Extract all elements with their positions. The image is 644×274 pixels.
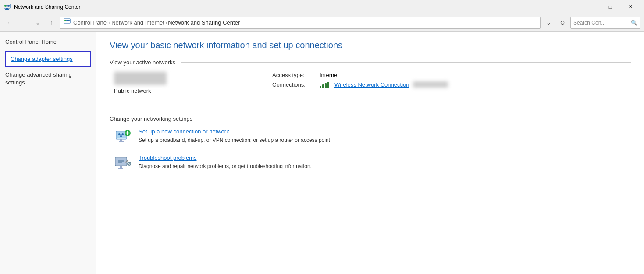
connections-label: Connections: — [272, 81, 316, 88]
access-type-value: Internet — [320, 72, 339, 78]
change-settings-header: Change your networking settings — [110, 116, 631, 122]
svg-point-11 — [68, 20, 70, 21]
svg-rect-27 — [120, 166, 122, 168]
change-adapter-box: Change adapter settings — [5, 51, 91, 67]
svg-point-3 — [4, 5, 6, 7]
network-name-blurred — [114, 72, 167, 85]
active-networks-label: View your active networks — [110, 59, 175, 66]
troubleshoot-desc: Diagnose and repair network problems, or… — [139, 163, 312, 169]
maximize-button[interactable]: □ — [600, 0, 620, 14]
troubleshoot-icon: ? — [114, 155, 132, 172]
network-info-left: Public network — [114, 72, 246, 94]
troubleshoot-text: Troubleshoot problems Diagnose and repai… — [139, 155, 312, 169]
path-part-2: Network and Internet — [111, 19, 164, 26]
svg-point-5 — [8, 5, 10, 7]
content-area: View your basic network information and … — [96, 32, 644, 274]
wifi-icon — [320, 81, 329, 88]
address-right: ⌄ ↻ — [542, 17, 569, 29]
change-adapter-link[interactable]: Change adapter settings — [11, 56, 73, 62]
svg-rect-2 — [5, 9, 9, 10]
address-path[interactable]: Control Panel › Network and Internet › N… — [60, 17, 541, 29]
refresh-button[interactable]: ↻ — [556, 17, 569, 29]
new-connection-item: Set up a new connection or network Set u… — [114, 128, 631, 146]
section-divider-2 — [198, 119, 631, 119]
section-divider — [181, 62, 631, 63]
connections-row: Connections: Wireless Network Connection — [272, 81, 448, 88]
change-settings-label: Change your networking settings — [110, 116, 192, 122]
search-icon[interactable]: 🔍 — [631, 20, 637, 26]
access-type-row: Access type: Internet — [272, 72, 448, 78]
back-button[interactable]: ← — [4, 17, 16, 29]
svg-rect-1 — [6, 8, 8, 9]
svg-rect-28 — [118, 168, 123, 169]
new-connection-text: Set up a new connection or network Set u… — [139, 128, 331, 143]
network-type-label: Public network — [114, 88, 151, 94]
sidebar-home-link[interactable]: Control Panel Home — [5, 39, 91, 45]
svg-rect-15 — [119, 141, 124, 142]
active-networks-body: Public network Access type: Internet Con… — [114, 72, 631, 102]
access-type-label: Access type: — [272, 72, 316, 78]
connection-name-link[interactable]: Wireless Network Connection — [334, 81, 409, 88]
active-networks-header: View your active networks — [110, 59, 631, 66]
change-sharing-link[interactable]: Change advanced sharing settings — [5, 71, 91, 87]
window-controls: ─ □ ✕ — [580, 0, 640, 14]
svg-rect-13 — [117, 132, 126, 138]
minimize-button[interactable]: ─ — [580, 0, 600, 14]
svg-point-9 — [64, 20, 66, 21]
dropdown-button[interactable]: ⌄ — [542, 17, 555, 29]
search-box[interactable]: Search Con... 🔍 — [570, 17, 640, 29]
path-part-3: Network and Sharing Center — [168, 19, 240, 26]
close-button[interactable]: ✕ — [620, 0, 640, 14]
title-bar: Network and Sharing Center ─ □ ✕ — [0, 0, 644, 14]
new-connection-link[interactable]: Set up a new connection or network — [139, 128, 331, 135]
svg-text:?: ? — [128, 162, 131, 166]
search-placeholder: Search Con... — [573, 20, 631, 26]
up-button[interactable]: ↑ — [46, 17, 58, 29]
path-icon — [64, 18, 71, 27]
page-title: View your basic network information and … — [110, 40, 631, 50]
window-title: Network and Sharing Center — [14, 4, 580, 10]
svg-rect-14 — [120, 139, 122, 141]
troubleshoot-link[interactable]: Troubleshoot problems — [139, 155, 312, 161]
main-layout: Control Panel Home Change adapter settin… — [0, 32, 644, 274]
troubleshoot-item: ? Troubleshoot problems Diagnose and rep… — [114, 155, 631, 172]
settings-items: Set up a new connection or network Set u… — [114, 128, 631, 172]
network-info-right: Access type: Internet Connections: Wirel… — [272, 72, 448, 88]
new-connection-desc: Set up a broadband, dial-up, or VPN conn… — [139, 137, 331, 143]
sidebar: Control Panel Home Change adapter settin… — [0, 32, 96, 274]
vertical-divider — [259, 72, 259, 102]
connection-name-blurred — [413, 81, 448, 88]
recent-button[interactable]: ⌄ — [32, 17, 44, 29]
new-connection-icon — [114, 128, 132, 146]
address-bar: ← → ⌄ ↑ Control Panel › Network and Inte… — [0, 14, 644, 32]
svg-point-10 — [66, 20, 68, 21]
path-part-1: Control Panel — [73, 19, 108, 26]
forward-button[interactable]: → — [18, 17, 30, 29]
app-icon — [4, 4, 11, 11]
